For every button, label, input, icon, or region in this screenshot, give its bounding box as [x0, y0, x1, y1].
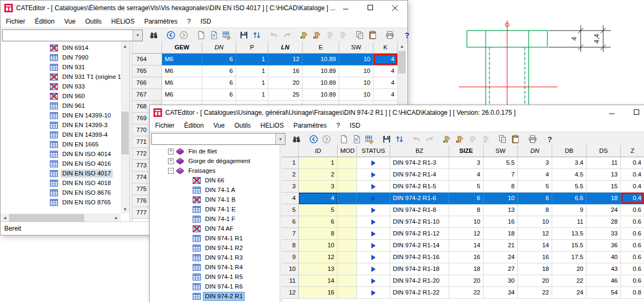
cell-ds-row-5[interactable]: 24: [587, 204, 621, 216]
cell-sw-row-10[interactable]: 27: [484, 263, 518, 275]
table-row-2[interactable]: 22DIN 974-2 R1-44744.5130.4: [282, 169, 644, 181]
cell-p-row-764[interactable]: 1: [236, 54, 268, 65]
cell-size-row-2[interactable]: 4: [449, 169, 484, 181]
print-button[interactable]: [383, 30, 396, 41]
cell-sw-row-766[interactable]: 10: [339, 77, 374, 89]
maximize-button[interactable]: [358, 1, 383, 15]
cell-id-row-9[interactable]: 12: [299, 252, 338, 263]
cell-bz-row-2[interactable]: DIN 974-2 R1-4: [390, 169, 449, 181]
tree-item-din-en-14399-3[interactable]: DIN EN 14399-3: [1, 120, 121, 130]
cell-status-row-11[interactable]: [357, 275, 390, 287]
cell-mod-row-3[interactable]: [338, 181, 357, 193]
cell-db-row-10[interactable]: 20: [552, 263, 587, 275]
cell-e-row-766[interactable]: 10.89: [303, 77, 339, 89]
close-button[interactable]: [383, 1, 407, 15]
row-header-6[interactable]: 6: [282, 216, 299, 228]
cell-z-row-12[interactable]: 0.8: [621, 287, 644, 299]
cell-z-row-9[interactable]: 0.6: [621, 252, 644, 263]
cell-status-row-6[interactable]: [357, 216, 390, 228]
go-forward-button[interactable]: [320, 133, 333, 145]
tree-vertical-scrollbar[interactable]: ▲ ▼: [121, 42, 129, 213]
cell-size-row-3[interactable]: 5: [449, 181, 484, 193]
tree-item-din-974-1-r2[interactable]: DIN 974-1 R2: [150, 243, 280, 253]
cell-id-row-1[interactable]: 1: [299, 157, 338, 169]
paste-button[interactable]: [509, 133, 522, 145]
menu-item[interactable]: ?: [182, 16, 196, 27]
column-header-size[interactable]: SIZE: [449, 145, 484, 157]
tree-item-din-en-iso-4014[interactable]: DIN EN ISO 4014: [1, 149, 121, 159]
cell-sw-row-8[interactable]: 21: [484, 240, 518, 252]
table-row-10[interactable]: 1013DIN 974-2 R1-1818271820430.6: [282, 263, 644, 275]
column-header-e[interactable]: E: [303, 42, 339, 54]
help-button[interactable]: ?: [543, 133, 556, 145]
cell-size-row-6[interactable]: 10: [449, 216, 484, 228]
cell-mod-row-7[interactable]: [338, 228, 357, 240]
print-button[interactable]: [526, 133, 539, 145]
cell-db-row-3[interactable]: 5.5: [552, 181, 587, 193]
tree-item-din-7990[interactable]: DIN 7990: [1, 53, 121, 62]
cell-sw-row-2[interactable]: 7: [484, 169, 518, 181]
cell-status-row-5[interactable]: [357, 204, 390, 216]
tree-item-din-en-iso-4017[interactable]: DIN EN ISO 4017: [1, 168, 121, 178]
cell-status-row-4[interactable]: [357, 193, 390, 204]
go-forward-button[interactable]: [177, 30, 190, 41]
catalog-pour-out-2-button[interactable]: [479, 133, 492, 145]
cell-ds-row-12[interactable]: 54: [587, 287, 621, 299]
column-header-bz[interactable]: BZ: [390, 145, 449, 157]
menu-param-tres[interactable]: Paramètres: [140, 16, 182, 27]
cell-sw-row-11[interactable]: 30: [484, 275, 518, 287]
cell-mod-row-12[interactable]: [338, 287, 357, 299]
cell-dn-row-8[interactable]: 14: [518, 240, 552, 252]
column-header-rownum[interactable]: [133, 42, 162, 54]
cell-k-row-767[interactable]: 4: [374, 89, 398, 101]
cell-mod-row-9[interactable]: [338, 252, 357, 263]
cell-p-row-767[interactable]: 1: [236, 89, 268, 101]
copy-button[interactable]: [496, 133, 509, 145]
cell-dn-row-12[interactable]: 22: [518, 287, 552, 299]
cell-sw-row-765[interactable]: 10: [339, 65, 374, 77]
tree-item-din-en-iso-8676[interactable]: DIN EN ISO 8676: [1, 188, 121, 197]
cell-p-row-766[interactable]: 1: [236, 77, 268, 89]
column-header-status[interactable]: STATUS: [357, 145, 390, 157]
table-row-765[interactable]: 765M6611610.89104: [133, 65, 398, 77]
cell-mod-row-6[interactable]: [338, 216, 357, 228]
cell-ds-row-6[interactable]: 28: [587, 216, 621, 228]
expand-icon[interactable]: +: [168, 158, 174, 164]
tree-item-din-974-1-r6[interactable]: DIN 974-1 R6: [150, 282, 280, 291]
menu-item[interactable]: ?: [332, 120, 345, 131]
cell-dn-row-5[interactable]: 8: [518, 204, 552, 216]
catalog-pour-in-2-button[interactable]: [323, 30, 336, 41]
scroll-left-icon[interactable]: ◄: [1, 213, 9, 222]
cell-z-row-6[interactable]: 0.6: [621, 216, 644, 228]
table-row-11[interactable]: 1114DIN 974-2 R1-2020302022460.6: [282, 275, 644, 287]
new-table-button[interactable]: [337, 133, 350, 145]
find-button[interactable]: [147, 30, 160, 41]
minimize-button[interactable]: [599, 105, 624, 120]
go-back-button[interactable]: [164, 30, 177, 41]
cell-id-row-5[interactable]: 5: [299, 204, 338, 216]
cell-dn-row-767[interactable]: 6: [202, 89, 236, 101]
cell-z-row-8[interactable]: 0.6: [621, 240, 644, 252]
cell-ds-row-8[interactable]: 36: [587, 240, 621, 252]
cell-status-row-7[interactable]: [357, 228, 390, 240]
column-header-z[interactable]: Z: [621, 145, 644, 157]
cell-e-row-765[interactable]: 10.89: [303, 65, 339, 77]
tree-item-din-en-14399-10[interactable]: DIN EN 14399-10: [1, 111, 121, 120]
cell-bz-row-4[interactable]: DIN 974-2 R1-6: [390, 193, 449, 204]
cell-db-row-2[interactable]: 4.5: [552, 169, 587, 181]
column-header-ln[interactable]: LN: [268, 42, 303, 54]
cell-gew-row-765[interactable]: M6: [162, 65, 202, 77]
tree-item-din-960[interactable]: DIN 960: [1, 91, 121, 101]
cell-size-row-10[interactable]: 18: [449, 263, 484, 275]
menu-fichier[interactable]: Fichier: [1, 16, 30, 27]
maximize-button[interactable]: [624, 105, 644, 120]
cell-dn-row-11[interactable]: 20: [518, 275, 552, 287]
cell-z-row-10[interactable]: 0.6: [621, 263, 644, 275]
column-header-mod[interactable]: MOD: [338, 145, 357, 157]
cell-size-row-11[interactable]: 20: [449, 275, 484, 287]
tree-item-din-en-14399-4[interactable]: DIN EN 14399-4: [1, 130, 121, 139]
new-table-button[interactable]: [194, 30, 207, 41]
cell-bz-row-11[interactable]: DIN 974-2 R1-20: [390, 275, 449, 287]
combo-dropdown-icon[interactable]: ▾: [133, 30, 142, 41]
table-row-8[interactable]: 810DIN 974-2 R1-1414211415.5360.6: [282, 240, 644, 252]
